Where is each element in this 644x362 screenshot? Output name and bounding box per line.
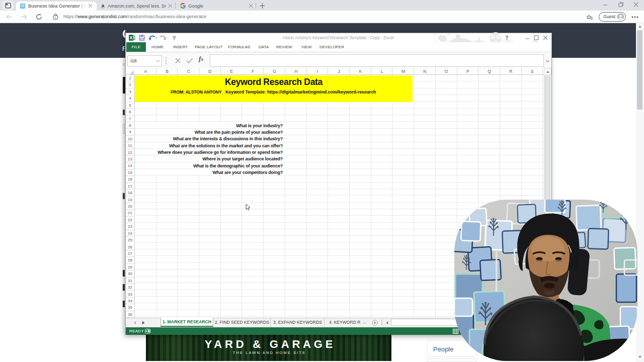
svg-text:X: X xyxy=(129,35,132,40)
svg-text:a: a xyxy=(102,3,105,8)
